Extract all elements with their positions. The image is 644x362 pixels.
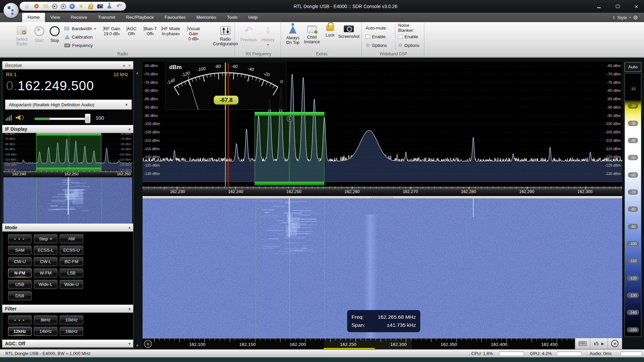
auto-mute-enable[interactable]: Enable <box>366 32 392 41</box>
level-color-scale[interactable]: -10-20-30-40-50-60-70-80-90-100-110-120-… <box>625 73 641 337</box>
filter-more-button[interactable]: • • • <box>8 315 32 324</box>
volume-slider-handle[interactable] <box>85 114 91 123</box>
if-spectrum[interactable]: -60 dBm-70 dBm-80 dBm-90 dBm-100 dBm-110… <box>3 133 132 171</box>
always-on-top-button[interactable]: AlwaysOn Top <box>284 25 302 45</box>
main-spectrum[interactable]: 1 -65 dBm-70 dBm-75 dBm-80 dBm-85 dBm-90… <box>143 62 622 187</box>
restore-button[interactable] <box>613 3 622 10</box>
stop-button[interactable]: Stop <box>48 26 62 43</box>
camera-icon[interactable] <box>97 4 103 8</box>
tab-view[interactable]: View <box>45 13 65 22</box>
expand-icon[interactable]: ▾ <box>128 342 130 346</box>
panel-scroll-down[interactable]: ∨ <box>134 343 140 348</box>
rf-gain-dropdown[interactable]: RF Gain 19.0 dB▾ <box>102 26 121 37</box>
navigator-fast-forward-button[interactable]: » <box>608 338 622 349</box>
visual-gain-dropdown[interactable]: Visual Gain 0 dB▾ <box>182 26 205 42</box>
mode-step-button[interactable]: Step≡ <box>34 234 57 243</box>
lock-button[interactable]: Lock <box>323 25 337 38</box>
collapse-icon[interactable]: ▴ <box>128 127 130 131</box>
mode-sam-button[interactable]: SAM <box>8 246 32 255</box>
splitter-handle[interactable] <box>143 196 622 198</box>
collapse-icon[interactable]: ▴ <box>128 225 130 230</box>
add-icon[interactable]: + <box>69 4 75 9</box>
mode-lsb-button[interactable]: LSB <box>60 268 83 278</box>
favourite-star-icon[interactable]: ★ <box>78 3 84 9</box>
speaker-icon[interactable] <box>16 115 20 120</box>
history-button[interactable]: ⇩ History▾ <box>259 25 277 47</box>
frequency-readout[interactable]: 0.162.249.500 <box>6 78 94 93</box>
spectrum-frequency-axis[interactable]: 162.230162.240162.250162.260162.270162.2… <box>143 187 622 196</box>
mode-am-button[interactable]: AM <box>60 234 83 243</box>
hf-mode-dropdown[interactable]: HF Mode In-phase▾ <box>160 26 181 37</box>
style-menu[interactable]: Style <box>617 15 627 20</box>
collapse-icon[interactable]: ▴ <box>123 63 125 67</box>
band-navigator[interactable]: 162.100162.150162.200162.250162.300162.3… <box>143 339 622 349</box>
mode-wide-l-button[interactable]: Wide-L <box>34 280 57 289</box>
navigator-keyboard-button[interactable] <box>575 338 590 349</box>
filter-14khz-button[interactable]: 14kHz <box>34 327 57 336</box>
help-ring-icon[interactable] <box>34 4 39 8</box>
noise-blanker-options[interactable]: ⚙Options <box>398 41 423 50</box>
mode-bc-fm-button[interactable]: BC-FM <box>60 257 83 266</box>
filter-10khz-button[interactable]: 10kHz <box>60 315 83 324</box>
auto-scale-button[interactable]: Auto <box>625 62 641 72</box>
mode-w-fm-button[interactable]: W-FM <box>34 268 57 278</box>
auto-mute-options[interactable]: ⚙Options <box>366 41 392 50</box>
mode-dsb-button[interactable]: DSB <box>8 291 32 300</box>
select-radio-button[interactable]: SelectRadio <box>13 26 31 46</box>
mode-cw-l-button[interactable]: CW-L <box>34 257 57 266</box>
mode-ecss-u-button[interactable]: ECSS-U <box>60 246 83 255</box>
auto-mute-checkbox[interactable] <box>366 35 370 39</box>
style-chevron-icon[interactable]: ▾ <box>629 16 631 19</box>
minimize-button[interactable] <box>594 3 603 10</box>
close-button[interactable]: × <box>632 3 641 10</box>
settings-gear-icon[interactable]: ⚙ <box>633 14 638 21</box>
mode-ecss-l-button[interactable]: ECSS-L <box>34 246 57 255</box>
tab-help[interactable]: Help <box>243 13 263 22</box>
tab-favourites[interactable]: Favourites <box>159 13 191 22</box>
style-updown-icon[interactable]: ▲▼ <box>613 15 615 20</box>
noise-blanker-checkbox[interactable] <box>398 35 402 39</box>
collapse-icon[interactable]: ▴ <box>128 306 130 311</box>
tab-rec-playback[interactable]: Rec/Playback <box>121 13 159 22</box>
main-waterfall[interactable]: Freq:162.265.68 MHz Span:±41.735 kHz <box>143 198 622 339</box>
filter-12khz-button[interactable]: 12kHz <box>8 327 32 336</box>
open-folder-icon[interactable] <box>43 4 48 8</box>
filter-8khz-button[interactable]: 8kHz <box>34 315 57 324</box>
bandwidth-button[interactable]: Bandwidth▾ <box>64 25 107 32</box>
navigator-scroll-left-button[interactable]: « <box>144 340 152 348</box>
screenshot-button[interactable]: Screenshot <box>336 25 362 39</box>
toolbar-overflow-icon[interactable]: ▾ <box>124 5 126 8</box>
tab-tools[interactable]: Tools <box>222 13 243 22</box>
mode-n-fm-button[interactable]: N-FM <box>8 268 32 278</box>
lock-icon[interactable] <box>88 6 93 9</box>
frequency-button[interactable]: Frequency <box>64 42 107 49</box>
noise-blanker-enable[interactable]: Enable <box>398 32 423 41</box>
mode-usb-button[interactable]: USB <box>8 280 32 289</box>
calibration-button[interactable]: Calibration <box>64 33 107 41</box>
if-waterfall[interactable] <box>3 177 132 224</box>
mode-wide-u-button[interactable]: Wide-U <box>60 280 83 289</box>
application-menu-button[interactable] <box>3 3 19 18</box>
audio-device-dropdown[interactable]: Altoparlanti (Realtek High Definition Au… <box>5 100 132 110</box>
radio-configuration-button[interactable]: RadioConfiguration <box>212 26 239 46</box>
play-icon[interactable]: ▶ <box>52 4 57 9</box>
start-button[interactable]: ▶ Start <box>32 26 46 43</box>
tab-memories[interactable]: Memories <box>191 13 221 22</box>
stop-icon[interactable]: ■ <box>61 4 66 9</box>
previous-button[interactable]: ↶ Previous <box>239 25 258 42</box>
close-panel-icon[interactable]: × <box>128 63 130 67</box>
navigator-zoom-button[interactable]: x5▶ <box>590 338 608 349</box>
child-instance-button[interactable]: ChildInstance <box>303 25 321 44</box>
tab-receive[interactable]: Receive <box>65 13 93 22</box>
tab-transmit[interactable]: Transmit <box>93 13 121 22</box>
undo-icon[interactable]: ↶ <box>116 3 122 9</box>
tab-home[interactable]: Home <box>22 13 45 22</box>
agc-dropdown[interactable]: AGC Off▾ <box>123 26 140 37</box>
filter-16khz-button[interactable]: 16kHz <box>60 327 83 336</box>
bias-t-dropdown[interactable]: Bias-T Off▾ <box>142 26 159 37</box>
volume-slider[interactable] <box>35 118 90 120</box>
mode-more-button[interactable]: • • • <box>8 234 32 243</box>
home-icon[interactable]: ⌂ <box>24 3 30 9</box>
panel-scroll-up[interactable]: ∧ <box>134 71 140 75</box>
mode-cw-u-button[interactable]: CW-U <box>8 257 32 266</box>
